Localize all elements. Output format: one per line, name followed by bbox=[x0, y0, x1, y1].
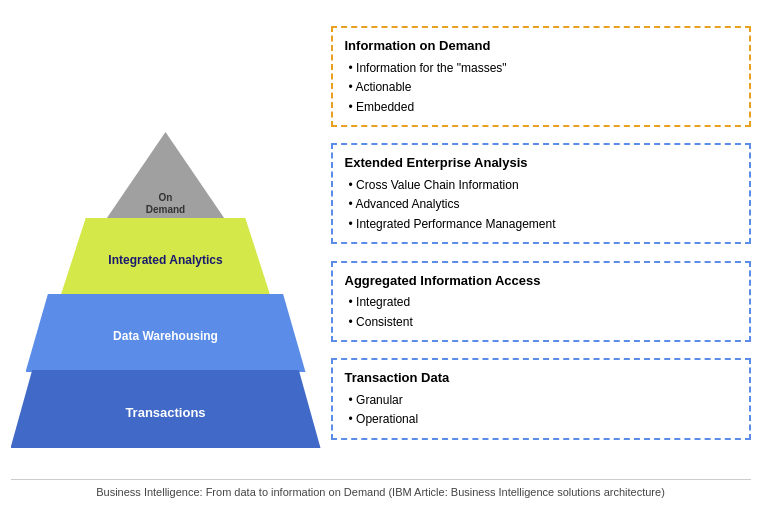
panel-transaction-data: Transaction Data Granular Operational bbox=[331, 358, 751, 439]
tier-transactions: Transactions bbox=[11, 370, 321, 448]
panel1-item-2: Actionable bbox=[349, 78, 737, 97]
tier-integrated-analytics-label: Integrated Analytics bbox=[61, 218, 271, 296]
panel4-item-1: Granular bbox=[349, 391, 737, 410]
panel3-item-1: Integrated bbox=[349, 293, 737, 312]
caption: Business Intelligence: From data to info… bbox=[11, 479, 751, 498]
panel-information-on-demand: Information on Demand Information for th… bbox=[331, 26, 751, 126]
panel1-item-3: Embedded bbox=[349, 98, 737, 117]
info-panels: Information on Demand Information for th… bbox=[321, 18, 751, 448]
panel2-item-3: Integrated Performance Management bbox=[349, 215, 737, 234]
main-container: OnDemand Integrated Analytics Data Wareh… bbox=[11, 8, 751, 498]
tier-on-demand: OnDemand bbox=[106, 132, 226, 220]
panel3-title: Aggregated Information Access bbox=[345, 271, 737, 292]
panel1-list: Information for the "masses" Actionable … bbox=[345, 59, 737, 117]
panel2-item-1: Cross Value Chain Information bbox=[349, 176, 737, 195]
panel1-item-1: Information for the "masses" bbox=[349, 59, 737, 78]
tier-transactions-label: Transactions bbox=[11, 370, 321, 448]
panel4-item-2: Operational bbox=[349, 410, 737, 429]
panel2-title: Extended Enterprise Analysis bbox=[345, 153, 737, 174]
tier-data-warehousing: Data Warehousing bbox=[26, 294, 306, 372]
panel4-list: Granular Operational bbox=[345, 391, 737, 429]
panel3-item-2: Consistent bbox=[349, 313, 737, 332]
tier-integrated-analytics: Integrated Analytics bbox=[61, 218, 271, 296]
panel3-list: Integrated Consistent bbox=[345, 293, 737, 331]
panel-extended-enterprise: Extended Enterprise Analysis Cross Value… bbox=[331, 143, 751, 243]
diagram-area: OnDemand Integrated Analytics Data Wareh… bbox=[11, 18, 751, 475]
tier-data-warehousing-label: Data Warehousing bbox=[26, 294, 306, 372]
panel2-item-2: Advanced Analytics bbox=[349, 195, 737, 214]
pyramid-container: OnDemand Integrated Analytics Data Wareh… bbox=[11, 18, 321, 448]
panel-aggregated-info: Aggregated Information Access Integrated… bbox=[331, 261, 751, 342]
panel1-title: Information on Demand bbox=[345, 36, 737, 57]
panel2-list: Cross Value Chain Information Advanced A… bbox=[345, 176, 737, 234]
panel4-title: Transaction Data bbox=[345, 368, 737, 389]
